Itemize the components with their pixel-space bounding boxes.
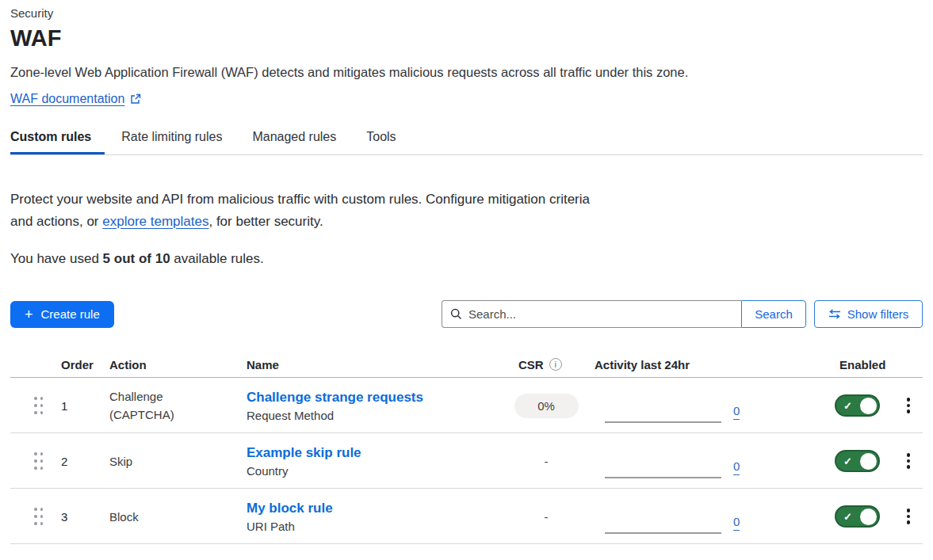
table-header-row: Order Action Name CSR i Activity last 24…	[10, 352, 923, 378]
search-filter-group: Search Show filters	[442, 300, 923, 328]
header-enabled: Enabled	[829, 358, 894, 371]
activity-sparkline	[605, 477, 721, 478]
doc-link-label: WAF documentation	[10, 92, 124, 106]
section-label: Security	[10, 6, 923, 20]
activity-cell: 0	[584, 489, 829, 544]
table-row: 2 Skip Example skip rule Country - 0 ✓	[10, 433, 923, 489]
tab-custom-rules[interactable]: Custom rules	[10, 130, 105, 154]
search-box	[442, 300, 741, 328]
activity-count-link[interactable]: 0	[733, 460, 740, 476]
rule-order: 1	[51, 399, 99, 413]
enabled-cell: ✓	[829, 505, 894, 528]
usage-before: You have used	[10, 251, 103, 266]
drag-handle-icon[interactable]	[34, 452, 44, 470]
rule-action: Skip	[99, 452, 182, 470]
toggle-knob	[860, 453, 877, 470]
show-filters-label: Show filters	[847, 307, 909, 321]
rules-table: Order Action Name CSR i Activity last 24…	[10, 352, 923, 544]
rule-field: URI Path	[247, 520, 508, 533]
enabled-cell: ✓	[829, 394, 894, 417]
rules-toolbar: + Create rule Search	[10, 300, 923, 328]
rule-field: Country	[247, 464, 508, 478]
check-icon: ✓	[843, 512, 852, 522]
csr-cell: -	[508, 455, 584, 468]
header-order: Order	[51, 358, 99, 371]
header-csr: CSR i	[508, 358, 584, 371]
page-description: Zone-level Web Application Firewall (WAF…	[10, 65, 923, 80]
rule-name-link[interactable]: Example skip rule	[247, 445, 361, 461]
usage-count: 5 out of 10	[103, 251, 170, 266]
rule-name-link[interactable]: My block rule	[247, 501, 333, 516]
tab-managed-rules[interactable]: Managed rules	[252, 130, 350, 154]
toggle-knob	[860, 509, 877, 525]
header-name: Name	[236, 358, 508, 371]
toggle-knob	[860, 398, 877, 414]
check-icon: ✓	[843, 456, 852, 467]
rule-action: Challenge (CAPTCHA)	[99, 387, 182, 424]
rule-name-cell: Example skip rule Country	[236, 445, 508, 478]
plus-icon: +	[25, 307, 33, 322]
usage-summary: You have used 5 out of 10 available rule…	[10, 251, 923, 267]
external-link-icon	[130, 93, 141, 105]
header-csr-label: CSR	[518, 358, 544, 371]
kebab-menu-icon[interactable]	[904, 505, 914, 528]
explore-templates-link[interactable]: explore templates	[102, 214, 208, 229]
check-icon: ✓	[843, 401, 852, 411]
table-row: 1 Challenge (CAPTCHA) Challenge strange …	[10, 378, 923, 433]
page-title: WAF	[10, 25, 923, 51]
enabled-toggle[interactable]: ✓	[835, 450, 880, 472]
csr-cell: -	[508, 510, 584, 524]
rule-field: Request Method	[247, 409, 508, 422]
create-rule-label: Create rule	[41, 307, 100, 321]
header-action: Action	[99, 358, 236, 371]
activity-cell: 0	[584, 378, 829, 433]
table-row: 3 Block My block rule URI Path - 0 ✓	[10, 489, 923, 544]
waf-tabs: Custom rules Rate limiting rules Managed…	[10, 130, 923, 155]
search-icon	[450, 308, 462, 320]
enabled-toggle[interactable]: ✓	[835, 505, 880, 528]
rule-name-cell: Challenge strange requests Request Metho…	[236, 390, 508, 422]
tab-tools[interactable]: Tools	[366, 130, 409, 154]
rule-name-cell: My block rule URI Path	[236, 501, 508, 533]
activity-count-link[interactable]: 0	[733, 405, 740, 421]
rule-name-link[interactable]: Challenge strange requests	[247, 390, 423, 406]
activity-cell: 0	[584, 433, 829, 489]
csr-badge: 0%	[514, 394, 579, 418]
kebab-menu-icon[interactable]	[904, 394, 914, 417]
rule-order: 3	[51, 510, 99, 524]
rule-action: Block	[99, 508, 182, 526]
search-button[interactable]: Search	[741, 300, 806, 328]
enabled-cell: ✓	[829, 450, 894, 472]
waf-documentation-link[interactable]: WAF documentation	[10, 92, 141, 106]
rule-order: 2	[51, 455, 99, 468]
tab-rate-limiting-rules[interactable]: Rate limiting rules	[121, 130, 235, 154]
activity-count-link[interactable]: 0	[733, 516, 740, 531]
csr-cell: 0%	[508, 394, 584, 418]
kebab-menu-icon[interactable]	[904, 450, 914, 472]
search-input[interactable]	[468, 307, 733, 321]
activity-sparkline	[605, 532, 721, 534]
enabled-toggle[interactable]: ✓	[835, 394, 880, 417]
create-rule-button[interactable]: + Create rule	[10, 301, 114, 328]
show-filters-button[interactable]: Show filters	[814, 300, 923, 328]
info-icon[interactable]: i	[549, 358, 562, 371]
activity-sparkline	[605, 421, 721, 423]
intro-paragraph: Protect your website and API from malici…	[10, 189, 603, 233]
usage-after: available rules.	[170, 251, 264, 266]
drag-handle-icon[interactable]	[34, 508, 44, 525]
drag-handle-icon[interactable]	[34, 397, 44, 414]
waf-page: Security WAF Zone-level Web Application …	[0, 0, 933, 544]
header-activity: Activity last 24hr	[584, 358, 829, 371]
intro-text-after: , for better security.	[208, 214, 323, 229]
swap-arrows-icon	[828, 309, 841, 319]
